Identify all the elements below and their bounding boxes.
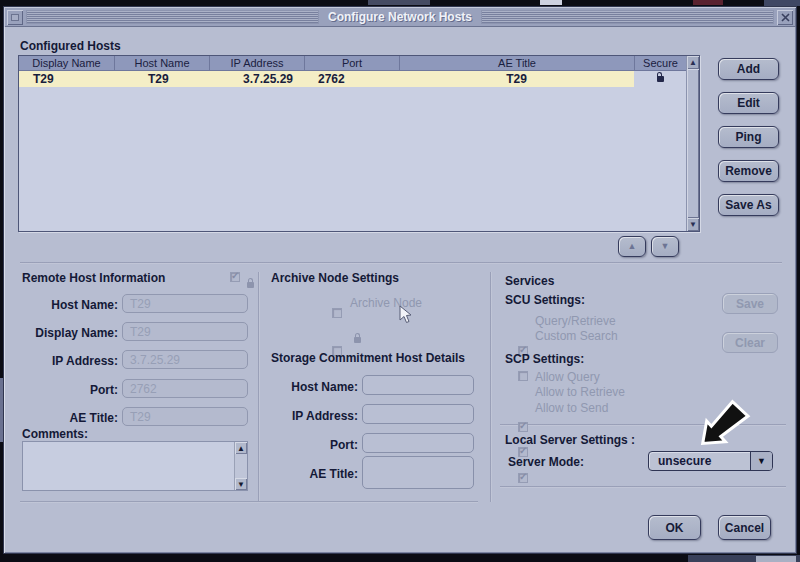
background-window-fragment xyxy=(756,556,796,562)
window-menu-icon xyxy=(11,14,19,21)
storage-port-label: Port: xyxy=(258,438,358,452)
background-window-fragment xyxy=(368,0,430,5)
titlebar-grooves xyxy=(27,11,318,23)
window-title: Configure Network Hosts xyxy=(322,10,478,24)
display-name-label: Display Name: xyxy=(20,326,118,340)
title-bar[interactable]: Configure Network Hosts xyxy=(4,7,796,27)
cell-secure xyxy=(634,71,686,87)
allow-to-send-checkbox: ✓ xyxy=(518,473,528,483)
save-button: Save xyxy=(722,293,778,314)
up-arrow-icon: ▲ xyxy=(628,242,637,251)
lock-icon xyxy=(354,329,361,347)
scp-settings-label: SCP Settings: xyxy=(505,352,584,366)
check-icon: ✓ xyxy=(231,270,239,281)
storage-ip-address-field[interactable] xyxy=(362,404,474,424)
scroll-down-button[interactable]: ▼ xyxy=(687,218,699,231)
storage-ae-title-field[interactable] xyxy=(362,456,474,489)
allow-to-send-label: Allow to Send xyxy=(535,401,608,415)
scroll-down-icon: ▼ xyxy=(689,220,697,229)
services-section-label: Services xyxy=(505,274,554,288)
host-name-field: T29 xyxy=(122,294,248,313)
port-label: Port: xyxy=(20,383,118,397)
cell-ip-address: 3.7.25.29 xyxy=(209,71,304,87)
custom-search-label: Custom Search xyxy=(535,329,618,343)
ip-address-label: IP Address: xyxy=(20,354,118,368)
remote-host-locked-checkbox: ✓ xyxy=(230,272,240,282)
annotation-arrow-icon xyxy=(686,398,764,460)
background-window-fragment xyxy=(540,0,562,5)
mouse-cursor xyxy=(399,305,413,325)
host-name-label: Host Name: xyxy=(20,298,118,312)
move-down-button[interactable]: ▼ xyxy=(651,236,679,257)
save-as-button[interactable]: Save As xyxy=(718,194,779,216)
scrollbar-thumb[interactable] xyxy=(687,69,699,218)
comments-text xyxy=(23,442,234,490)
column-header-ip-address: IP Address xyxy=(209,56,304,70)
table-scrollbar[interactable]: ▲ ▼ xyxy=(686,56,699,231)
down-arrow-icon: ▼ xyxy=(661,242,670,251)
table-body-empty xyxy=(19,87,686,231)
allow-query-label: Allow Query xyxy=(535,370,600,384)
cell-ae-title: T29 xyxy=(399,71,634,87)
ae-title-label: AE Title: xyxy=(20,411,118,425)
lock-icon xyxy=(657,76,664,82)
table-header-row: Display Name Host Name IP Address Port A… xyxy=(19,56,686,71)
storage-host-name-label: Host Name: xyxy=(258,380,358,394)
scroll-down-button[interactable]: ▼ xyxy=(235,478,247,490)
scroll-up-button[interactable]: ▲ xyxy=(687,56,699,69)
close-button[interactable] xyxy=(777,10,793,25)
clear-button: Clear xyxy=(722,332,778,353)
query-retrieve-label: Query/Retrieve xyxy=(535,314,616,328)
port-field: 2762 xyxy=(122,379,248,398)
column-header-display-name: Display Name xyxy=(19,56,114,70)
remove-button[interactable]: Remove xyxy=(718,160,779,182)
column-header-port: Port xyxy=(304,56,399,70)
storage-port-field[interactable] xyxy=(362,433,474,453)
storage-ip-address-label: IP Address: xyxy=(258,409,358,423)
column-header-host-name: Host Name xyxy=(114,56,209,70)
ip-address-field: 3.7.25.29 xyxy=(122,350,248,369)
screenshot-root: Configure Network Hosts Configured Hosts… xyxy=(0,0,800,562)
archive-node-section-label: Archive Node Settings xyxy=(271,271,399,285)
scroll-up-button[interactable]: ▲ xyxy=(235,442,247,454)
lock-icon xyxy=(247,274,254,292)
check-icon: ✓ xyxy=(519,471,527,482)
ae-title-field: T29 xyxy=(122,407,248,426)
local-server-section-label: Local Server Settings : xyxy=(505,433,635,447)
storage-ae-title-label: AE Title: xyxy=(258,467,358,481)
edit-button[interactable]: Edit xyxy=(718,92,779,114)
cancel-button[interactable]: Cancel xyxy=(718,515,771,540)
comments-scrollbar[interactable]: ▲ ▼ xyxy=(234,442,247,490)
background-window-fragment xyxy=(693,0,723,5)
remote-host-section-label: Remote Host Information xyxy=(22,271,165,285)
scroll-up-icon: ▲ xyxy=(237,444,245,453)
cell-port: 2762 xyxy=(304,71,399,87)
titlebar-grooves xyxy=(482,11,773,23)
divider xyxy=(500,486,786,488)
scroll-up-icon: ▲ xyxy=(689,58,697,67)
cell-display-name: T29 xyxy=(19,71,114,87)
allow-to-retrieve-label: Allow to Retrieve xyxy=(535,385,625,399)
check-icon: ✓ xyxy=(519,420,527,431)
comments-textarea[interactable]: ▲ ▼ xyxy=(22,441,248,491)
configured-hosts-label: Configured Hosts xyxy=(20,39,121,53)
storage-host-name-field[interactable] xyxy=(362,375,474,395)
window-menu-button[interactable] xyxy=(7,10,23,25)
ping-button[interactable]: Ping xyxy=(718,126,779,148)
ok-button[interactable]: OK xyxy=(648,515,701,540)
divider xyxy=(20,501,478,503)
custom-search-checkbox xyxy=(518,371,528,381)
configured-hosts-table: Display Name Host Name IP Address Port A… xyxy=(18,55,700,232)
close-icon xyxy=(781,13,790,22)
comments-label: Comments: xyxy=(22,427,88,441)
add-button[interactable]: Add xyxy=(718,58,779,80)
move-up-button[interactable]: ▲ xyxy=(618,236,646,257)
scroll-down-icon: ▼ xyxy=(237,480,245,489)
column-header-secure: Secure xyxy=(634,56,686,70)
cell-host-name: T29 xyxy=(114,71,209,87)
storage-commitment-section-label: Storage Commitment Host Details xyxy=(271,351,465,365)
display-name-field: T29 xyxy=(122,322,248,341)
table-row-selected[interactable]: T29 T29 3.7.25.29 2762 T29 xyxy=(19,71,686,87)
column-header-ae-title: AE Title xyxy=(399,56,634,70)
divider xyxy=(490,272,492,502)
